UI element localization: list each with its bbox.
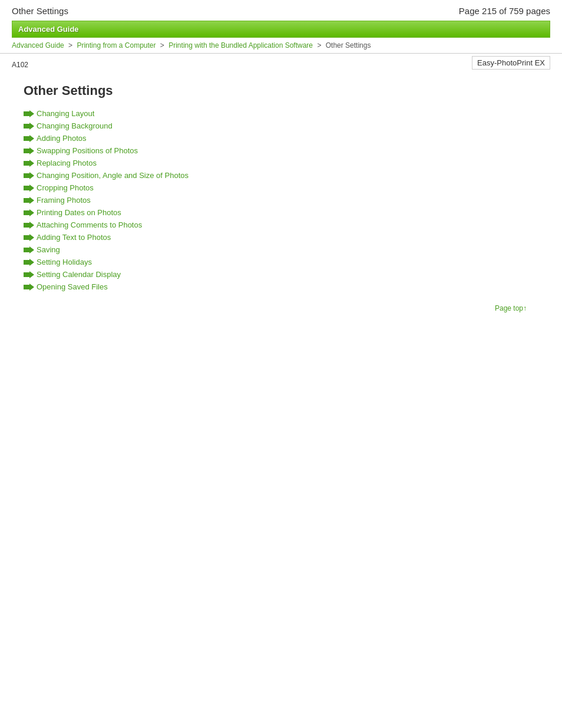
page-header: Other Settings Page 215 of 759 pages: [0, 0, 562, 21]
link-attaching-comments[interactable]: Attaching Comments to Photos: [37, 220, 142, 229]
banner-label: Advanced Guide: [18, 25, 79, 34]
list-item: Adding Text to Photos: [24, 233, 538, 242]
svg-marker-11: [24, 246, 34, 253]
list-item: Changing Background: [24, 121, 538, 130]
svg-marker-1: [24, 123, 34, 130]
svg-marker-9: [24, 222, 34, 229]
arrow-icon: [24, 209, 34, 216]
arrow-icon: [24, 271, 34, 278]
svg-marker-13: [24, 271, 34, 278]
page-top-link[interactable]: Page top↑: [495, 304, 527, 312]
arrow-icon: [24, 222, 34, 229]
advanced-guide-banner: Advanced Guide: [12, 21, 550, 38]
link-changing-layout[interactable]: Changing Layout: [37, 109, 94, 118]
arrow-icon: [24, 185, 34, 192]
list-item: Changing Layout: [24, 109, 538, 118]
arrow-icon: [24, 234, 34, 241]
product-badge: Easy-PhotoPrint EX: [472, 56, 550, 70]
svg-marker-5: [24, 172, 34, 179]
svg-marker-4: [24, 160, 34, 167]
list-item: Saving: [24, 245, 538, 254]
svg-marker-12: [24, 259, 34, 266]
arrow-icon: [24, 172, 34, 179]
svg-marker-10: [24, 234, 34, 241]
link-cropping-photos[interactable]: Cropping Photos: [37, 183, 94, 192]
list-item: Setting Holidays: [24, 258, 538, 266]
link-saving[interactable]: Saving: [37, 245, 60, 254]
arrow-icon: [24, 284, 34, 291]
link-changing-position-angle-size[interactable]: Changing Position, Angle and Size of Pho…: [37, 171, 189, 180]
page-title: Other Settings: [12, 6, 68, 16]
svg-marker-3: [24, 147, 34, 154]
arrow-icon: [24, 197, 34, 204]
breadcrumb-link-advanced-guide[interactable]: Advanced Guide: [12, 41, 64, 50]
breadcrumb: Advanced Guide > Printing from a Compute…: [0, 38, 562, 54]
link-swapping-positions[interactable]: Swapping Positions of Photos: [37, 146, 138, 155]
svg-marker-6: [24, 185, 34, 192]
link-setting-holidays[interactable]: Setting Holidays: [37, 258, 92, 266]
svg-marker-2: [24, 135, 34, 142]
link-adding-text[interactable]: Adding Text to Photos: [37, 233, 111, 242]
breadcrumb-link-printing-from-computer[interactable]: Printing from a Computer: [77, 41, 156, 50]
link-setting-calendar-display[interactable]: Setting Calendar Display: [37, 270, 121, 279]
list-item: Opening Saved Files: [24, 282, 538, 291]
content-area: Other Settings Changing Layout Changing …: [0, 71, 562, 324]
link-list: Changing Layout Changing Background Addi…: [24, 109, 538, 291]
link-changing-background[interactable]: Changing Background: [37, 121, 113, 130]
breadcrumb-separator-3: >: [317, 41, 321, 50]
link-adding-photos[interactable]: Adding Photos: [37, 134, 87, 143]
list-item: Replacing Photos: [24, 159, 538, 167]
link-opening-saved-files[interactable]: Opening Saved Files: [37, 282, 108, 291]
link-printing-dates[interactable]: Printing Dates on Photos: [37, 208, 121, 217]
main-heading: Other Settings: [24, 83, 538, 98]
code-badge-row: Easy-PhotoPrint EX A102: [0, 58, 562, 71]
svg-marker-14: [24, 284, 34, 291]
list-item: Printing Dates on Photos: [24, 208, 538, 217]
arrow-icon: [24, 147, 34, 154]
list-item: Cropping Photos: [24, 183, 538, 192]
link-replacing-photos[interactable]: Replacing Photos: [37, 159, 97, 167]
link-framing-photos[interactable]: Framing Photos: [37, 196, 91, 205]
page-top-section: Page top↑: [24, 295, 538, 312]
arrow-icon: [24, 160, 34, 167]
arrow-icon: [24, 259, 34, 266]
svg-marker-0: [24, 110, 34, 117]
arrow-icon: [24, 246, 34, 253]
breadcrumb-separator-1: >: [68, 41, 72, 50]
list-item: Attaching Comments to Photos: [24, 220, 538, 229]
list-item: Framing Photos: [24, 196, 538, 205]
breadcrumb-link-bundled-software[interactable]: Printing with the Bundled Application So…: [168, 41, 313, 50]
breadcrumb-separator-2: >: [160, 41, 164, 50]
page-number: Page 215 of 759 pages: [459, 6, 550, 16]
svg-marker-8: [24, 209, 34, 216]
arrow-icon: [24, 110, 34, 117]
list-item: Swapping Positions of Photos: [24, 146, 538, 155]
svg-marker-7: [24, 197, 34, 204]
breadcrumb-current: Other Settings: [326, 41, 371, 50]
list-item: Adding Photos: [24, 134, 538, 143]
list-item: Setting Calendar Display: [24, 270, 538, 279]
list-item: Changing Position, Angle and Size of Pho…: [24, 171, 538, 180]
arrow-icon: [24, 135, 34, 142]
arrow-icon: [24, 123, 34, 130]
